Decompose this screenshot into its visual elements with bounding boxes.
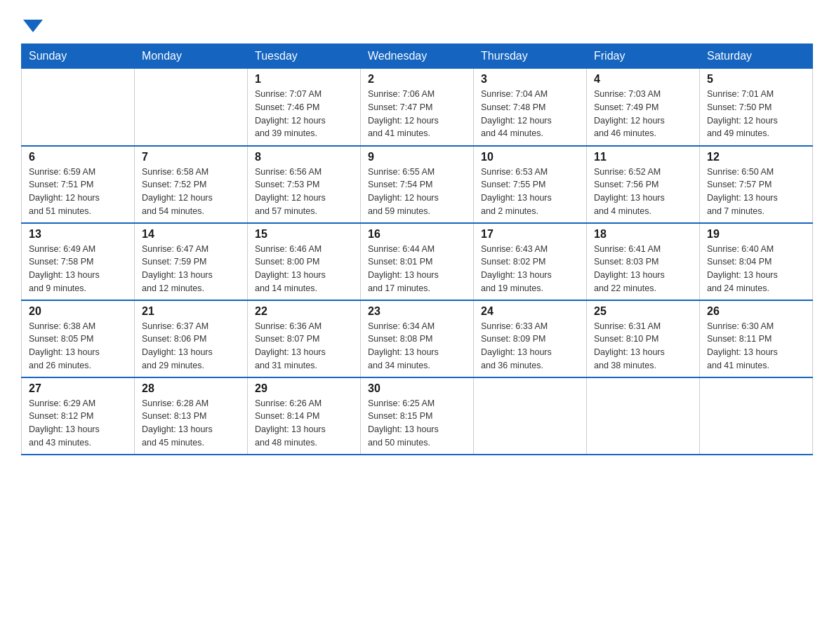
day-number: 1 [255,73,353,86]
logo-arrow-icon [23,20,43,32]
day-sun-info: Sunrise: 6:47 AM Sunset: 7:59 PM Dayligh… [142,243,240,295]
logo [21,14,43,29]
day-number: 24 [481,305,579,318]
day-sun-info: Sunrise: 7:01 AM Sunset: 7:50 PM Dayligh… [707,88,805,140]
day-sun-info: Sunrise: 6:29 AM Sunset: 8:12 PM Dayligh… [29,397,127,450]
calendar-week-row: 1Sunrise: 7:07 AM Sunset: 7:46 PM Daylig… [22,69,813,146]
calendar-cell: 4Sunrise: 7:03 AM Sunset: 7:49 PM Daylig… [587,69,700,146]
day-sun-info: Sunrise: 6:44 AM Sunset: 8:01 PM Dayligh… [368,243,466,295]
day-sun-info: Sunrise: 6:58 AM Sunset: 7:52 PM Dayligh… [142,166,240,218]
day-sun-info: Sunrise: 6:25 AM Sunset: 8:15 PM Dayligh… [368,397,466,450]
calendar-cell: 12Sunrise: 6:50 AM Sunset: 7:57 PM Dayli… [700,146,813,223]
day-sun-info: Sunrise: 6:33 AM Sunset: 8:09 PM Dayligh… [481,320,579,373]
calendar-cell [587,377,700,455]
calendar-cell: 13Sunrise: 6:49 AM Sunset: 7:58 PM Dayli… [22,223,135,300]
day-number: 18 [594,228,692,241]
day-sun-info: Sunrise: 6:41 AM Sunset: 8:03 PM Dayligh… [594,243,692,295]
day-sun-info: Sunrise: 6:43 AM Sunset: 8:02 PM Dayligh… [481,243,579,295]
day-number: 12 [707,151,805,163]
calendar-cell: 18Sunrise: 6:41 AM Sunset: 8:03 PM Dayli… [587,223,700,300]
weekday-header-thursday: Thursday [474,44,587,69]
calendar-table: SundayMondayTuesdayWednesdayThursdayFrid… [21,43,813,455]
day-sun-info: Sunrise: 7:03 AM Sunset: 7:49 PM Dayligh… [594,88,692,140]
day-sun-info: Sunrise: 6:59 AM Sunset: 7:51 PM Dayligh… [29,166,127,218]
weekday-header-sunday: Sunday [22,44,135,69]
day-sun-info: Sunrise: 6:38 AM Sunset: 8:05 PM Dayligh… [29,320,127,373]
calendar-cell: 2Sunrise: 7:06 AM Sunset: 7:47 PM Daylig… [361,69,474,146]
day-sun-info: Sunrise: 6:53 AM Sunset: 7:55 PM Dayligh… [481,166,579,218]
calendar-cell [135,69,248,146]
day-sun-info: Sunrise: 6:28 AM Sunset: 8:13 PM Dayligh… [142,397,240,450]
day-sun-info: Sunrise: 6:52 AM Sunset: 7:56 PM Dayligh… [594,166,692,218]
weekday-header-row: SundayMondayTuesdayWednesdayThursdayFrid… [22,44,813,69]
day-number: 16 [368,228,466,241]
day-number: 17 [481,228,579,241]
day-number: 23 [368,305,466,318]
day-number: 25 [594,305,692,318]
calendar-cell: 10Sunrise: 6:53 AM Sunset: 7:55 PM Dayli… [474,146,587,223]
day-sun-info: Sunrise: 6:46 AM Sunset: 8:00 PM Dayligh… [255,243,353,295]
calendar-cell: 15Sunrise: 6:46 AM Sunset: 8:00 PM Dayli… [248,223,361,300]
day-sun-info: Sunrise: 6:30 AM Sunset: 8:11 PM Dayligh… [707,320,805,373]
day-number: 11 [594,151,692,163]
day-number: 2 [368,73,466,86]
day-number: 15 [255,228,353,241]
day-number: 26 [707,305,805,318]
calendar-cell: 23Sunrise: 6:34 AM Sunset: 8:08 PM Dayli… [361,300,474,377]
day-number: 20 [29,305,127,318]
calendar-cell: 16Sunrise: 6:44 AM Sunset: 8:01 PM Dayli… [361,223,474,300]
calendar-cell: 19Sunrise: 6:40 AM Sunset: 8:04 PM Dayli… [700,223,813,300]
calendar-cell: 17Sunrise: 6:43 AM Sunset: 8:02 PM Dayli… [474,223,587,300]
calendar-cell: 29Sunrise: 6:26 AM Sunset: 8:14 PM Dayli… [248,377,361,455]
day-sun-info: Sunrise: 6:36 AM Sunset: 8:07 PM Dayligh… [255,320,353,373]
day-number: 9 [368,151,466,163]
day-number: 21 [142,305,240,318]
calendar-cell: 20Sunrise: 6:38 AM Sunset: 8:05 PM Dayli… [22,300,135,377]
day-number: 27 [29,382,127,395]
calendar-cell: 28Sunrise: 6:28 AM Sunset: 8:13 PM Dayli… [135,377,248,455]
day-number: 28 [142,382,240,395]
day-number: 8 [255,151,353,163]
page-header [21,14,813,29]
calendar-cell: 9Sunrise: 6:55 AM Sunset: 7:54 PM Daylig… [361,146,474,223]
day-number: 3 [481,73,579,86]
calendar-cell: 3Sunrise: 7:04 AM Sunset: 7:48 PM Daylig… [474,69,587,146]
day-sun-info: Sunrise: 7:07 AM Sunset: 7:46 PM Dayligh… [255,88,353,140]
day-number: 19 [707,228,805,241]
calendar-cell: 27Sunrise: 6:29 AM Sunset: 8:12 PM Dayli… [22,377,135,455]
day-sun-info: Sunrise: 6:50 AM Sunset: 7:57 PM Dayligh… [707,166,805,218]
calendar-cell: 1Sunrise: 7:07 AM Sunset: 7:46 PM Daylig… [248,69,361,146]
day-sun-info: Sunrise: 6:26 AM Sunset: 8:14 PM Dayligh… [255,397,353,450]
day-sun-info: Sunrise: 6:56 AM Sunset: 7:53 PM Dayligh… [255,166,353,218]
day-number: 29 [255,382,353,395]
calendar-cell: 22Sunrise: 6:36 AM Sunset: 8:07 PM Dayli… [248,300,361,377]
day-number: 14 [142,228,240,241]
day-number: 7 [142,151,240,163]
day-number: 13 [29,228,127,241]
day-sun-info: Sunrise: 6:34 AM Sunset: 8:08 PM Dayligh… [368,320,466,373]
calendar-cell [22,69,135,146]
day-sun-info: Sunrise: 6:55 AM Sunset: 7:54 PM Dayligh… [368,166,466,218]
day-number: 5 [707,73,805,86]
calendar-cell [474,377,587,455]
day-sun-info: Sunrise: 6:49 AM Sunset: 7:58 PM Dayligh… [29,243,127,295]
calendar-cell: 5Sunrise: 7:01 AM Sunset: 7:50 PM Daylig… [700,69,813,146]
calendar-week-row: 20Sunrise: 6:38 AM Sunset: 8:05 PM Dayli… [22,300,813,377]
day-sun-info: Sunrise: 6:31 AM Sunset: 8:10 PM Dayligh… [594,320,692,373]
calendar-week-row: 27Sunrise: 6:29 AM Sunset: 8:12 PM Dayli… [22,377,813,455]
day-number: 6 [29,151,127,163]
day-number: 10 [481,151,579,163]
weekday-header-tuesday: Tuesday [248,44,361,69]
weekday-header-wednesday: Wednesday [361,44,474,69]
day-number: 4 [594,73,692,86]
day-sun-info: Sunrise: 6:37 AM Sunset: 8:06 PM Dayligh… [142,320,240,373]
calendar-cell: 26Sunrise: 6:30 AM Sunset: 8:11 PM Dayli… [700,300,813,377]
calendar-cell: 24Sunrise: 6:33 AM Sunset: 8:09 PM Dayli… [474,300,587,377]
calendar-cell: 6Sunrise: 6:59 AM Sunset: 7:51 PM Daylig… [22,146,135,223]
calendar-cell: 7Sunrise: 6:58 AM Sunset: 7:52 PM Daylig… [135,146,248,223]
day-number: 30 [368,382,466,395]
weekday-header-monday: Monday [135,44,248,69]
calendar-cell [700,377,813,455]
calendar-cell: 25Sunrise: 6:31 AM Sunset: 8:10 PM Dayli… [587,300,700,377]
calendar-cell: 8Sunrise: 6:56 AM Sunset: 7:53 PM Daylig… [248,146,361,223]
